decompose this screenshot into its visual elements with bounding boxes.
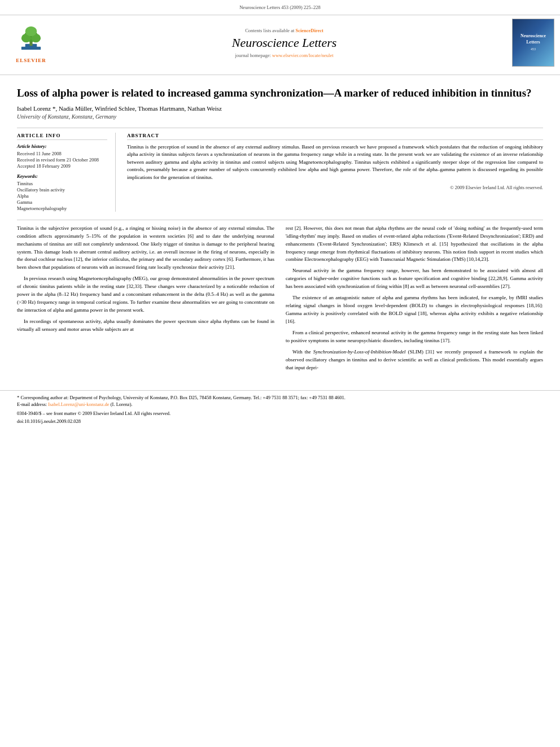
abstract-text: Tinnitus is the perception of sound in t… xyxy=(127,143,543,182)
abstract-copyright: © 2009 Elsevier Ireland Ltd. All rights … xyxy=(127,185,543,190)
issn-line: Neuroscience Letters 453 (2009) 225–228 xyxy=(11,5,549,10)
main-content: Loss of alpha power is related to increa… xyxy=(0,80,560,385)
body-para-r4: From a clinical perspective, enhanced ne… xyxy=(286,329,543,345)
keyword-3: Alpha xyxy=(17,193,107,199)
corresponding-author-note: * Corresponding author at: Department of… xyxy=(17,394,543,401)
footer-area: * Corresponding author at: Department of… xyxy=(0,390,560,425)
info-abstract-row: ARTICLE INFO Article history: Received 1… xyxy=(17,133,543,212)
affiliation: University of Konstanz, Konstanz, German… xyxy=(17,113,543,120)
homepage-url[interactable]: www.elsevier.com/locate/neulet xyxy=(272,53,334,58)
keywords-label: Keywords: xyxy=(17,173,107,179)
body-para-3: In recordings of spontaneous activity, a… xyxy=(17,318,274,334)
journal-cover-image: Neuroscience Letters 453 xyxy=(512,19,554,67)
body-divider xyxy=(17,220,543,220)
sciencedirect-line: Contents lists available at ScienceDirec… xyxy=(56,28,512,33)
keyword-5: Magnetoencephalography xyxy=(17,206,107,211)
footer-doi: 0304-3940/$ – see front matter © 2009 El… xyxy=(17,410,543,416)
article-info-col: ARTICLE INFO Article history: Received 1… xyxy=(17,133,116,212)
body-col-left: Tinnitus is the subjective perception of… xyxy=(17,225,274,375)
header-divider xyxy=(0,75,560,75)
elsevier-text: ELSEVIER xyxy=(16,58,46,63)
body-para-1: Tinnitus is the subjective perception of… xyxy=(17,225,274,272)
article-info-heading: ARTICLE INFO xyxy=(17,133,107,140)
body-col-right: rest [2]. However, this does not mean th… xyxy=(286,225,543,375)
body-columns: Tinnitus is the subjective perception of… xyxy=(17,225,543,375)
email-link[interactable]: Isabel.Lorenz@uni-konstanz.de xyxy=(48,401,109,407)
history-item-2: Received in revised form 21 October 2008 xyxy=(17,157,107,163)
history-item-1: Received 11 June 2008 xyxy=(17,151,107,156)
journal-header: Neuroscience Letters 453 (2009) 225–228 xyxy=(0,0,560,15)
article-history-label: Article history: xyxy=(17,143,107,149)
journal-title-block: Contents lists available at ScienceDirec… xyxy=(56,28,512,58)
keyword-2: Oscillatory brain activity xyxy=(17,187,107,193)
journal-title: Neuroscience Letters xyxy=(56,36,512,50)
abstract-heading: ABSTRACT xyxy=(127,133,543,140)
sciencedirect-link[interactable]: ScienceDirect xyxy=(295,28,323,33)
body-para-r2: Neuronal activity in the gamma frequency… xyxy=(286,267,543,291)
journal-homepage: journal homepage: www.elsevier.com/locat… xyxy=(56,53,512,58)
authors-line: Isabel Lorenz *, Nadia Müller, Winfried … xyxy=(17,105,543,112)
elsevier-tree-icon xyxy=(14,23,48,56)
footer-doi-number: doi:10.1016/j.neulet.2009.02.028 xyxy=(17,418,543,424)
history-item-3: Accepted 18 February 2009 xyxy=(17,163,107,169)
body-para-2: In previous research using Magnetoenceph… xyxy=(17,275,274,314)
svg-point-6 xyxy=(25,26,37,36)
article-divider xyxy=(17,128,543,128)
keyword-1: Tinnitus xyxy=(17,181,107,186)
email-footnote: E-mail address: Isabel.Lorenz@uni-konsta… xyxy=(17,401,543,408)
abstract-col: ABSTRACT Tinnitus is the perception of s… xyxy=(127,133,543,212)
keyword-4: Gamma xyxy=(17,199,107,205)
article-title: Loss of alpha power is related to increa… xyxy=(17,86,543,101)
header-inner: ELSEVIER Contents lists available at Sci… xyxy=(0,15,560,70)
body-para-r3: The existence of an antagonistic nature … xyxy=(286,294,543,326)
body-para-r5: With the Synchronization-by-Loss-of-Inhi… xyxy=(286,348,543,372)
elsevier-logo: ELSEVIER xyxy=(6,23,56,63)
body-para-r1: rest [2]. However, this does not mean th… xyxy=(286,225,543,264)
